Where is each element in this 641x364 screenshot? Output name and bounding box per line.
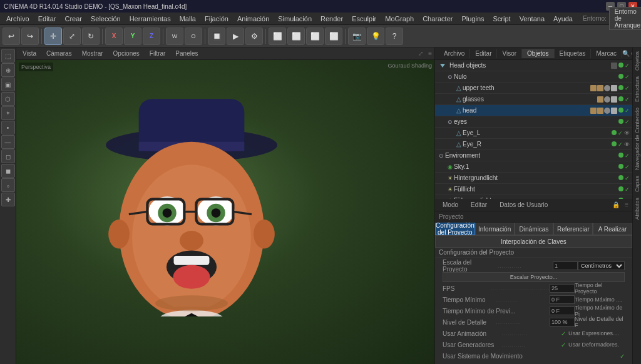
btn-a-realizar[interactable]: A Realizar — [593, 223, 632, 235]
menu-seleccion[interactable]: Selección — [87, 14, 125, 24]
menu-crear[interactable]: Crear — [61, 14, 86, 24]
vis-dot-fsl[interactable] — [618, 198, 623, 200]
menu-archivo[interactable]: Archivo — [3, 14, 33, 24]
search-icon[interactable]: 🔍 — [622, 50, 630, 57]
btn-config-proyecto[interactable]: Configuración del Proyecto — [435, 223, 475, 235]
render-check[interactable]: ✓ — [625, 63, 630, 69]
btn-referenciar[interactable]: Referenciar — [553, 223, 593, 235]
vis-dot-eyes[interactable] — [618, 119, 623, 124]
vis-dot[interactable] — [618, 63, 623, 68]
vis-dot-el[interactable] — [612, 130, 617, 135]
menu-plugins[interactable]: Plugins — [458, 14, 488, 24]
tree-item-eye-r[interactable]: △ Eye_R ✓ 👁 — [435, 139, 632, 150]
point-mode[interactable]: • — [1, 121, 15, 134]
vis-dot-sky[interactable] — [618, 164, 623, 169]
render-check-head[interactable]: ✓ — [625, 108, 630, 114]
tree-item-eyes[interactable]: ⊙ eyes ✓ — [435, 116, 632, 128]
vis-dot-ut[interactable] — [618, 85, 623, 90]
vtab-vista[interactable]: Vista — [19, 49, 40, 58]
render-check-fl[interactable]: ✓ — [625, 186, 630, 193]
menu-simulacion[interactable]: Simulación — [274, 14, 315, 24]
attr-tab-editar[interactable]: Editar — [467, 200, 491, 210]
render-check-el[interactable]: ✓ — [618, 130, 623, 136]
coord-x[interactable]: X — [105, 28, 123, 45]
edge-mode[interactable]: — — [1, 135, 15, 149]
rotate-tool[interactable]: ↻ — [82, 28, 100, 45]
axis-mode[interactable]: ✚ — [1, 193, 15, 206]
viewport-2[interactable]: ⬜ — [287, 28, 305, 45]
viewport-expand[interactable]: ⤢ — [418, 50, 423, 57]
render-check-fsl[interactable]: ✓ — [625, 198, 630, 200]
world-coords[interactable]: W — [166, 28, 183, 45]
vis-dot-head[interactable] — [618, 108, 623, 113]
vis-dot-env[interactable] — [618, 153, 623, 158]
render-check-er[interactable]: ✓ — [618, 141, 623, 148]
btn-informacion[interactable]: Información — [475, 223, 515, 235]
texture-mode[interactable]: ⬦ — [1, 178, 15, 192]
tprev-input[interactable] — [550, 306, 575, 315]
coord-y[interactable]: Y — [124, 28, 141, 45]
omtab-editar[interactable]: Editar — [470, 49, 497, 58]
help-btn[interactable]: ? — [386, 28, 403, 45]
menu-mograph[interactable]: MoGraph — [381, 14, 418, 24]
attr-menu-icon[interactable]: ≡ — [625, 201, 628, 208]
poly-select[interactable]: ⬡ — [1, 92, 15, 106]
omtab-objetos[interactable]: Objetos — [522, 49, 554, 58]
viewport-1[interactable]: ⬜ — [269, 28, 286, 45]
menu-script[interactable]: Script — [490, 14, 515, 24]
undo-button[interactable]: ↩ — [3, 28, 20, 45]
select-tool[interactable]: ⬚ — [1, 49, 15, 63]
render-view[interactable]: ▶ — [227, 28, 244, 45]
escala-unit[interactable]: Centímetros — [578, 261, 625, 270]
viewport-4[interactable]: ⬜ — [325, 28, 342, 45]
entorno-value[interactable]: Entorno de Arranque — [609, 7, 641, 30]
omtab-marcac[interactable]: Marcac — [591, 49, 622, 58]
live-select[interactable]: ⊕ — [1, 63, 15, 77]
tree-item-head[interactable]: △ head ✓ — [435, 105, 632, 116]
snap-tool[interactable]: 🔲 — [208, 28, 225, 45]
menu-render[interactable]: Render — [317, 14, 347, 24]
menu-esculpir[interactable]: Esculpir — [348, 14, 380, 24]
menu-editar[interactable]: Editar — [34, 14, 60, 24]
render-check-gl[interactable]: ✓ — [625, 96, 630, 103]
move-tool[interactable]: ✛ — [44, 28, 62, 45]
tree-item-upper-teeth[interactable]: △ upper teeth ✓ — [435, 83, 632, 94]
render-check-eyes[interactable]: ✓ — [625, 119, 630, 125]
vtab-opciones[interactable]: Opciones — [110, 49, 143, 58]
redo-button[interactable]: ↪ — [21, 28, 39, 45]
rtab-navegador[interactable]: Navegador de Contenido — [633, 105, 642, 173]
tree-item-fulllicht[interactable]: ☀ Fülllicht ✓ — [435, 184, 632, 195]
vtab-cameras[interactable]: Cámaras — [43, 49, 76, 58]
3d-viewport[interactable]: Perspectiva Gouraud Shading — [16, 60, 434, 364]
tree-item-fuhrungslicht[interactable]: ☀ Führungslicht ✓ — [435, 195, 632, 199]
rtab-objetos[interactable]: Objetos — [633, 49, 642, 73]
vis-dot-er[interactable] — [612, 141, 617, 146]
model-mode[interactable]: ◼ — [1, 164, 15, 178]
rtab-capas[interactable]: Capas — [633, 173, 642, 195]
omtab-archivo[interactable]: Archivo — [439, 49, 470, 58]
menu-ayuda[interactable]: Ayuda — [550, 14, 577, 24]
vis-dot-hl[interactable] — [618, 175, 623, 180]
tree-item-environment[interactable]: ⊙ Environment ✓ — [435, 150, 632, 161]
menu-ventana[interactable]: Ventana — [516, 14, 548, 24]
render-check-hl[interactable]: ✓ — [625, 175, 630, 181]
render-check-nulo[interactable]: ✓ — [625, 74, 630, 80]
vtab-mostrar[interactable]: Mostrar — [78, 49, 107, 58]
omtab-visor[interactable]: Visor — [497, 49, 522, 58]
vtab-paneles[interactable]: Paneles — [172, 49, 202, 58]
viewport-3[interactable]: ⬜ — [306, 28, 324, 45]
rtab-estructura[interactable]: Estructura — [633, 74, 642, 104]
viewport-options[interactable]: ≡ — [428, 50, 432, 57]
tree-item-glasses[interactable]: △ glasses ✓ — [435, 94, 632, 105]
attr-tab-datos[interactable]: Datos de Usuario — [496, 200, 551, 210]
light-btn[interactable]: 💡 — [367, 28, 384, 45]
btn-interpolacion[interactable]: Interpolación de Claves — [435, 235, 632, 248]
rtab-atributos[interactable]: Atributos — [633, 195, 642, 223]
tmin-input[interactable] — [550, 295, 575, 304]
camera-btn[interactable]: 📷 — [348, 28, 366, 45]
object-coords[interactable]: O — [185, 28, 202, 45]
attr-tab-modo[interactable]: Modo — [439, 200, 462, 210]
vis-dot-gl[interactable] — [618, 96, 623, 101]
render-check-ut[interactable]: ✓ — [625, 85, 630, 91]
render-settings[interactable]: ⚙ — [245, 28, 263, 45]
